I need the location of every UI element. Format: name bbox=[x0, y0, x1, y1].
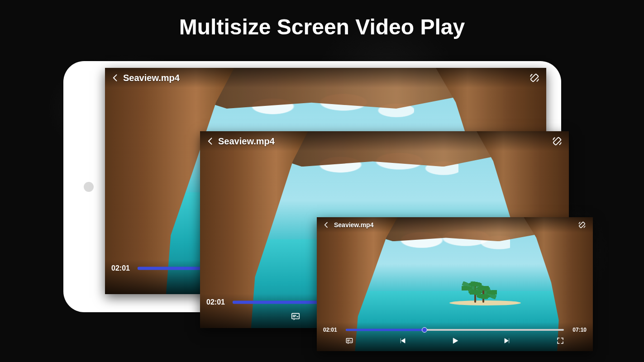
play-icon bbox=[451, 337, 459, 345]
video-title: Seaview.mp4 bbox=[123, 73, 180, 83]
play-button[interactable] bbox=[450, 336, 460, 346]
video-title: Seaview.mp4 bbox=[218, 136, 275, 147]
subtitles-icon bbox=[345, 337, 353, 345]
current-time: 02:01 bbox=[206, 298, 228, 306]
back-chevron-icon bbox=[323, 221, 330, 229]
subtitles-button[interactable] bbox=[344, 336, 354, 346]
current-time: 02:01 bbox=[111, 264, 133, 272]
phone-camera-dot bbox=[84, 182, 94, 192]
rotate-button[interactable] bbox=[528, 71, 541, 84]
player-topbar: Seaview.mp4 bbox=[105, 68, 546, 88]
player-topbar: Seaview.mp4 bbox=[200, 131, 569, 151]
back-button[interactable] bbox=[110, 73, 120, 83]
rotate-screen-icon bbox=[577, 220, 587, 229]
subtitles-button[interactable] bbox=[289, 310, 302, 323]
svg-rect-5 bbox=[346, 338, 353, 343]
fullscreen-icon bbox=[556, 337, 564, 345]
rotate-button[interactable] bbox=[551, 135, 563, 148]
back-button[interactable] bbox=[205, 136, 215, 146]
next-button[interactable] bbox=[502, 336, 512, 346]
rotate-button[interactable] bbox=[576, 219, 588, 231]
subtitles-icon bbox=[291, 311, 301, 321]
seek-bar[interactable] bbox=[346, 327, 564, 333]
player-bottombar: 02:01 07:10 bbox=[317, 322, 593, 351]
previous-button[interactable] bbox=[397, 336, 407, 346]
total-time: 07:10 bbox=[568, 327, 587, 333]
current-time: 02:01 bbox=[323, 327, 341, 333]
fullscreen-button[interactable] bbox=[555, 336, 565, 346]
back-button[interactable] bbox=[321, 220, 331, 230]
rotate-screen-icon bbox=[529, 72, 540, 84]
back-chevron-icon bbox=[206, 137, 215, 146]
rotate-screen-icon bbox=[551, 135, 563, 147]
video-title: Seaview.mp4 bbox=[334, 221, 373, 229]
page-title: Multisize Screen Video Play bbox=[0, 14, 644, 39]
back-chevron-icon bbox=[111, 73, 120, 82]
svg-rect-3 bbox=[292, 314, 300, 319]
player-topbar: Seaview.mp4 bbox=[317, 217, 593, 233]
previous-track-icon bbox=[398, 337, 406, 345]
next-track-icon bbox=[503, 337, 511, 345]
player-small: Seaview.mp4 02:01 07:10 bbox=[317, 217, 593, 351]
